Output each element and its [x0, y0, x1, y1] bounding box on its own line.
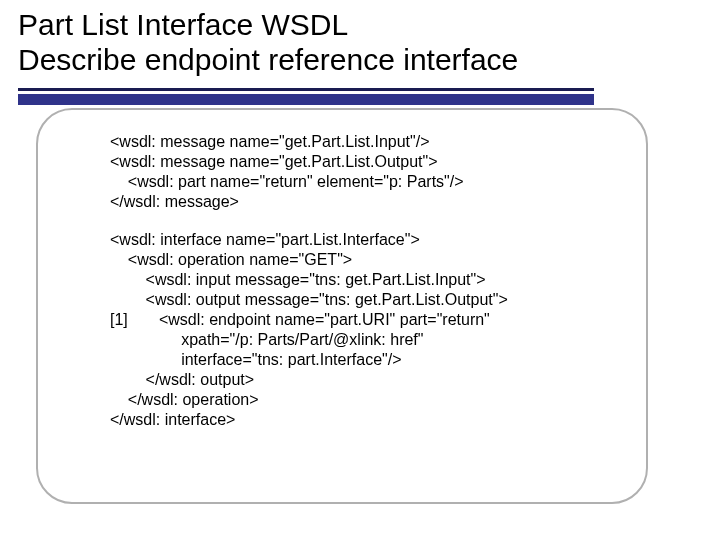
wsdl-message-block: <wsdl: message name="get.Part.List.Input…	[110, 132, 670, 212]
title-line-1: Part List Interface WSDL	[18, 8, 702, 43]
divider-thick	[18, 94, 594, 105]
title-block: Part List Interface WSDL Describe endpoi…	[0, 0, 720, 81]
spacer	[110, 212, 670, 230]
content-body: <wsdl: message name="get.Part.List.Input…	[110, 132, 670, 430]
wsdl-interface-block: <wsdl: interface name="part.List.Interfa…	[110, 230, 670, 430]
divider-thin	[18, 88, 594, 91]
slide: Part List Interface WSDL Describe endpoi…	[0, 0, 720, 540]
title-line-2: Describe endpoint reference interface	[18, 43, 702, 78]
